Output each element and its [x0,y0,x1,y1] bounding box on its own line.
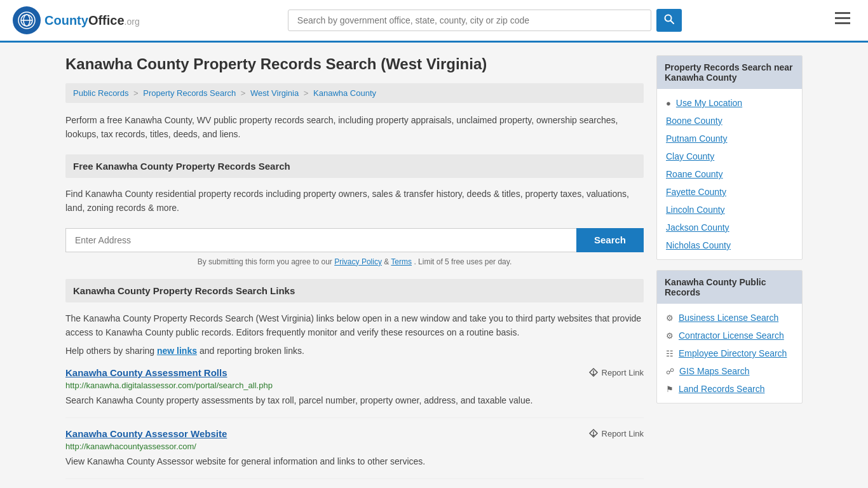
record-desc-2: View Kanawha County Assessor website for… [65,455,644,468]
page-title: Kanawha County Property Records Search (… [65,55,644,73]
free-search-heading: Free Kanawha County Property Records Sea… [65,154,644,178]
land-records-link[interactable]: Land Records Search [679,384,764,394]
use-location-item[interactable]: ● Use My Location [657,94,802,112]
report-link-btn-1[interactable]: Report Link [588,367,644,377]
nicholas-county-link[interactable]: Nicholas County [666,240,731,250]
sidebar-item-fayette[interactable]: Fayette County [657,183,802,201]
boone-county-link[interactable]: Boone County [666,116,722,126]
sidebar-item-roane[interactable]: Roane County [657,165,802,183]
record-url-1: http://kanawha.digitalassessor.com/porta… [65,381,644,390]
header-search-button[interactable] [656,9,682,32]
employee-directory-link[interactable]: Employee Directory Search [679,348,787,358]
menu-icon[interactable] [830,10,855,31]
svg-rect-6 [835,12,850,14]
free-search-description: Find Kanawha County residential property… [65,187,644,215]
business-license-link[interactable]: Business License Search [679,313,778,323]
links-heading: Kanawha County Property Records Search L… [65,279,644,302]
svg-point-10 [593,374,594,376]
putnam-county-link[interactable]: Putnam County [666,133,728,144]
svg-rect-8 [835,22,850,24]
svg-point-12 [593,435,594,437]
jackson-county-link[interactable]: Jackson County [666,222,729,233]
gis-maps-link[interactable]: GIS Maps Search [679,366,750,376]
breadcrumb-kanawha-county[interactable]: Kanawha County [313,88,376,98]
intro-text: Perform a free Kanawha County, WV public… [65,113,644,142]
contractor-license-link[interactable]: Contractor License Search [679,330,784,341]
logo-icon [13,6,41,34]
record-desc-1: Search Kanawha County property assessmen… [65,394,644,407]
public-records-list: ⚙ Business License Search ⚙ Contractor L… [657,304,802,403]
land-pin-icon: ⚑ [666,384,674,394]
share-text: Help others by sharing new links and rep… [65,346,644,356]
sidebar: Property Records Search near Kanawha Cou… [656,55,803,488]
breadcrumb-sep-1: > [133,88,140,98]
links-description: The Kanawha County Property Records Sear… [65,311,644,340]
record-url-2: http://kanawhacountyassessor.com/ [65,442,644,451]
fayette-county-link[interactable]: Fayette County [666,187,726,197]
logo-text: CountyOffice.org [44,13,140,28]
lincoln-county-link[interactable]: Lincoln County [666,205,725,215]
sidebar-item-boone[interactable]: Boone County [657,112,802,130]
disclaimer-text: By submitting this form you agree to our [198,257,332,266]
record-title-1[interactable]: Kanawha County Assessment Rolls [65,367,227,378]
report-link-btn-2[interactable]: Report Link [588,428,644,438]
sidebar-item-clay[interactable]: Clay County [657,147,802,165]
gear-icon-1: ⚙ [666,313,674,323]
pin-icon: ● [666,98,671,108]
public-records-heading: Kanawha County Public Records [657,271,802,304]
employee-directory-item[interactable]: ☷ Employee Directory Search [657,344,802,362]
privacy-policy-link[interactable]: Privacy Policy [334,257,382,266]
gear-icon-2: ⚙ [666,331,674,341]
sidebar-item-lincoln[interactable]: Lincoln County [657,201,802,219]
logo-area: CountyOffice.org [13,6,140,34]
terms-link[interactable]: Terms [391,257,412,266]
header-search-input[interactable] [288,10,651,31]
record-item-1: Kanawha County Assessment Rolls Report L… [65,367,644,418]
disclaimer-end: . Limit of 5 free uses per day. [414,257,512,266]
business-license-item[interactable]: ⚙ Business License Search [657,309,802,327]
search-button[interactable]: Search [576,228,644,252]
links-section: Kanawha County Property Records Search L… [65,279,644,480]
gis-maps-item[interactable]: ☍ GIS Maps Search [657,362,802,380]
breadcrumb: Public Records > Property Records Search… [65,83,644,103]
record-item-2: Kanawha County Assessor Website Report L… [65,428,644,479]
use-location-link[interactable]: Use My Location [676,98,742,108]
record-item-1-header: Kanawha County Assessment Rolls Report L… [65,367,644,378]
breadcrumb-west-virginia[interactable]: West Virginia [250,88,299,98]
new-links-link[interactable]: new links [157,346,197,356]
record-title-2[interactable]: Kanawha County Assessor Website [65,428,227,439]
svg-line-5 [670,21,674,24]
form-disclaimer: By submitting this form you agree to our… [65,257,644,266]
roane-county-link[interactable]: Roane County [666,169,723,179]
sidebar-item-jackson[interactable]: Jackson County [657,219,802,236]
contractor-license-item[interactable]: ⚙ Contractor License Search [657,327,802,344]
content-area: Kanawha County Property Records Search (… [65,55,644,488]
address-input[interactable] [65,228,576,252]
doc-icon: ☷ [666,349,674,358]
main-container: Kanawha County Property Records Search (… [53,43,815,488]
sidebar-item-putnam[interactable]: Putnam County [657,130,802,147]
free-search-section: Free Kanawha County Property Records Sea… [65,154,644,266]
header: CountyOffice.org [0,0,868,43]
breadcrumb-sep-3: > [304,88,311,98]
record-item-2-header: Kanawha County Assessor Website Report L… [65,428,644,439]
breadcrumb-public-records[interactable]: Public Records [73,88,128,98]
nearby-list: ● Use My Location Boone County Putnam Co… [657,89,802,259]
sidebar-item-nicholas[interactable]: Nicholas County [657,236,802,254]
search-row: Search [65,228,644,252]
map-icon: ☍ [666,367,674,376]
breadcrumb-property-records[interactable]: Property Records Search [143,88,236,98]
svg-rect-7 [835,17,850,19]
header-search-area [288,9,682,32]
land-records-item[interactable]: ⚑ Land Records Search [657,380,802,398]
nearby-heading: Property Records Search near Kanawha Cou… [657,56,802,89]
breadcrumb-sep-2: > [241,88,248,98]
public-records-section: Kanawha County Public Records ⚙ Business… [656,270,803,403]
nearby-section: Property Records Search near Kanawha Cou… [656,55,803,260]
clay-county-link[interactable]: Clay County [666,151,714,161]
